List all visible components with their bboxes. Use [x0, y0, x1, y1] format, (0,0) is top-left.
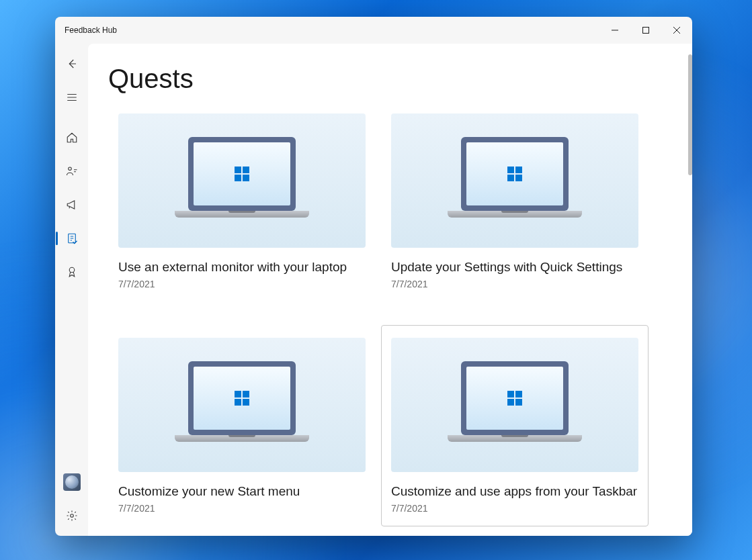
svg-point-9: [69, 267, 75, 273]
laptop-icon: [448, 361, 582, 449]
close-icon: [673, 27, 680, 34]
titlebar[interactable]: Feedback Hub: [55, 17, 692, 44]
back-arrow-icon: [66, 58, 78, 70]
laptop-icon: [175, 137, 309, 224]
sidebar-item-announcements[interactable]: [55, 191, 88, 218]
app-title: Feedback Hub: [65, 26, 117, 35]
sidebar: [55, 44, 88, 536]
quests-grid: Use an external monitor with your laptop…: [108, 113, 663, 514]
page-title: Quests: [108, 64, 663, 94]
quest-title: Customize your new Start menu: [118, 484, 366, 499]
quest-title: Customize and use apps from your Taskbar: [391, 484, 638, 499]
quest-date: 7/7/2021: [391, 279, 638, 289]
home-icon: [66, 132, 78, 144]
avatar-icon: [63, 473, 81, 491]
quest-thumbnail: [391, 338, 638, 472]
quest-title: Update your Settings with Quick Settings: [391, 260, 638, 275]
quest-thumbnail: [118, 113, 366, 248]
hamburger-button[interactable]: [55, 84, 88, 111]
quest-title: Use an external monitor with your laptop: [118, 260, 366, 275]
feedback-hub-window: Feedback Hub: [55, 17, 692, 536]
sidebar-item-quests[interactable]: [55, 225, 88, 252]
quest-card[interactable]: Update your Settings with Quick Settings…: [390, 113, 639, 290]
ribbon-icon: [66, 266, 78, 278]
quest-date: 7/7/2021: [118, 279, 366, 289]
quest-thumbnail: [391, 113, 638, 248]
svg-point-10: [70, 514, 73, 518]
sidebar-settings[interactable]: [55, 502, 88, 529]
close-button[interactable]: [661, 17, 692, 44]
sidebar-item-home[interactable]: [55, 124, 88, 151]
body-area: Quests Use an external monitor with your…: [55, 44, 692, 536]
sidebar-item-achievements[interactable]: [55, 259, 88, 285]
sidebar-account[interactable]: [55, 469, 88, 496]
quest-date: 7/7/2021: [391, 503, 638, 514]
maximize-button[interactable]: [630, 17, 661, 44]
sidebar-item-feedback[interactable]: [55, 158, 88, 185]
quest-icon: [66, 232, 78, 244]
gear-icon: [66, 510, 78, 522]
megaphone-icon: [66, 199, 78, 211]
content-pane: Quests Use an external monitor with your…: [88, 44, 692, 536]
svg-point-7: [68, 167, 71, 171]
minimize-button[interactable]: [599, 17, 630, 44]
window-controls: [599, 17, 692, 44]
quest-card[interactable]: Customize your new Start menu 7/7/2021: [118, 337, 366, 514]
svg-rect-1: [643, 28, 649, 34]
feedback-icon: [66, 165, 78, 177]
laptop-icon: [448, 137, 582, 224]
back-button[interactable]: [55, 50, 88, 77]
hamburger-icon: [66, 91, 78, 103]
minimize-icon: [612, 27, 618, 34]
laptop-icon: [175, 361, 309, 449]
scrollbar[interactable]: [688, 54, 692, 175]
quest-card[interactable]: Use an external monitor with your laptop…: [118, 113, 366, 290]
quest-date: 7/7/2021: [118, 503, 366, 514]
maximize-icon: [642, 27, 649, 34]
quest-card[interactable]: Customize and use apps from your Taskbar…: [381, 325, 649, 526]
quest-thumbnail: [118, 338, 366, 472]
